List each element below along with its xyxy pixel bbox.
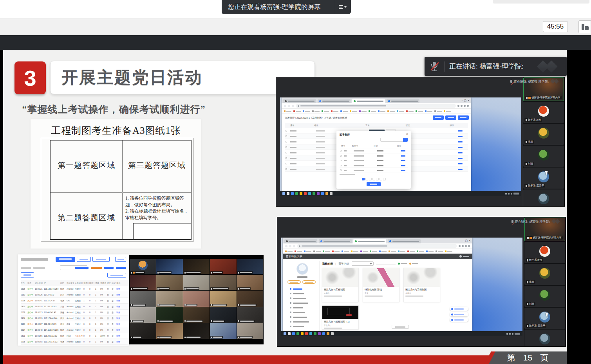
student-video-tile[interactable] [156,259,183,274]
bookmark-item[interactable] [387,110,395,112]
table-row[interactable] [340,168,408,173]
taskbar-app-icon[interactable] [292,332,295,335]
taskbar-app-icon[interactable] [322,332,325,335]
action-link[interactable] [401,165,405,166]
student-video-tile[interactable] [237,259,263,274]
browser-tab[interactable] [318,99,351,103]
browser-extension-icons[interactable] [459,245,470,247]
bookmark-item[interactable] [303,110,310,112]
browser-tab[interactable] [353,239,386,243]
participant-tile[interactable]: 数学系-王云平 [524,308,565,329]
tab-my-teaching[interactable]: 我教的课 [322,262,333,266]
action-link[interactable] [458,169,463,170]
taskbar-app-icon[interactable] [321,192,324,195]
export-button[interactable] [21,272,34,278]
participant-tile[interactable]: 数学系-王云平 [523,168,564,189]
taskbar-app-icon[interactable] [330,192,333,195]
bookmark-item[interactable] [379,250,387,252]
bookmark-item[interactable] [359,110,367,112]
back-icon[interactable] [285,245,287,247]
table-row[interactable]: 0379进行中19:00:23111.44.141.47安徽Android已通过… [21,310,128,315]
action-link[interactable] [458,141,463,142]
bookmark-item[interactable] [425,110,432,112]
row-checkbox[interactable] [340,165,342,166]
action-link[interactable] [458,158,463,159]
bookmark-item[interactable] [342,250,349,252]
student-video-tile[interactable] [156,275,183,290]
participant-tile[interactable]: 刘丽 [524,286,565,307]
close-icon[interactable]: ✕ [406,132,408,136]
link-item[interactable] [409,263,418,265]
sidebar-menu-item[interactable] [287,291,318,296]
bookmark-item[interactable] [369,110,376,112]
student-video-tile[interactable] [183,275,210,290]
sidebar-menu-item[interactable] [287,305,318,310]
user-menu[interactable] [459,255,469,258]
student-video-tile[interactable] [237,307,263,323]
taskbar-app-icon[interactable] [313,192,315,195]
refresh-icon[interactable] [292,105,294,107]
student-video-tile[interactable] [210,323,236,339]
bookmark-item[interactable] [295,250,302,252]
search-button[interactable] [403,138,408,142]
bookmark-item[interactable] [323,250,330,252]
student-video-tile[interactable] [237,323,263,339]
taskbar-app-icon[interactable] [282,192,285,195]
taskbar-app-icon[interactable] [295,192,298,195]
taskbar-app-icon[interactable] [317,192,320,195]
row-checkbox[interactable] [286,152,287,153]
action-link[interactable] [401,160,405,161]
participant-tile[interactable] [524,330,565,346]
browser-tab[interactable] [283,99,316,103]
table-row[interactable]: 2128离开中19:00:27222.39.125.15四川iOS已通过0010… [21,321,128,327]
bookmark-item[interactable] [331,110,338,112]
semester-select[interactable] [352,261,374,266]
bookmark-item[interactable] [350,110,357,112]
participant-tile[interactable]: 刘丽 [523,146,564,167]
browser-tab[interactable] [284,239,317,243]
table-row[interactable]: 0321进行中19:01:56113.200.112.32陕西iPad已退出考试… [21,333,128,339]
row-checkbox[interactable] [286,157,287,159]
sidebar-menu-item[interactable] [287,315,318,319]
table-row[interactable]: 0214进行中19:00:48124.115.175.215陕西Android已… [21,327,128,333]
bookmark-item[interactable] [407,250,415,252]
table-row[interactable] [340,158,408,163]
course-card[interactable]: 计算机绘图 基础工学 [363,268,399,302]
page-button[interactable] [433,115,444,120]
browser-extension-icons[interactable] [457,105,469,107]
table-row[interactable] [340,153,408,159]
row-checkbox[interactable] [340,169,342,171]
student-video-tile[interactable] [156,307,183,323]
student-video-tile[interactable] [130,307,156,323]
sidebar-menu-item[interactable] [287,324,318,329]
bookmark-item[interactable] [285,250,293,252]
bookmark-item[interactable] [398,250,405,252]
participant-tile[interactable]: 李晶 [524,264,565,285]
bookmark-item[interactable] [389,250,396,252]
bookmark-item[interactable] [444,110,451,112]
layout-toggle-button[interactable] [578,20,591,33]
taskbar-app-icon[interactable] [300,192,302,195]
bookmark-item[interactable] [332,250,340,252]
student-video-tile[interactable] [210,275,236,290]
action-link[interactable] [458,152,463,153]
monitor-button[interactable] [77,257,91,262]
taskbar-app-icon[interactable] [287,192,289,195]
taskbar-app-icon[interactable] [309,332,312,335]
student-video-tile[interactable] [183,259,210,274]
monitor-primary-button[interactable] [56,257,75,262]
tab-my-learning[interactable]: 我学的课 [338,262,349,266]
taskbar-app-icon[interactable] [305,332,308,335]
back-icon[interactable] [284,105,286,107]
address-bar[interactable] [297,244,457,248]
row-checkbox[interactable] [340,155,342,157]
participant-tile[interactable]: 数学系张强 [524,242,565,263]
refresh-icon[interactable] [293,245,295,247]
action-link[interactable] [401,155,405,157]
table-row[interactable] [340,148,408,153]
page-button[interactable] [445,115,456,120]
taskbar-app-icon[interactable] [331,332,334,335]
student-video-tile[interactable] [183,307,210,323]
row-checkbox[interactable] [286,146,287,148]
bookmark-item[interactable] [406,110,414,112]
